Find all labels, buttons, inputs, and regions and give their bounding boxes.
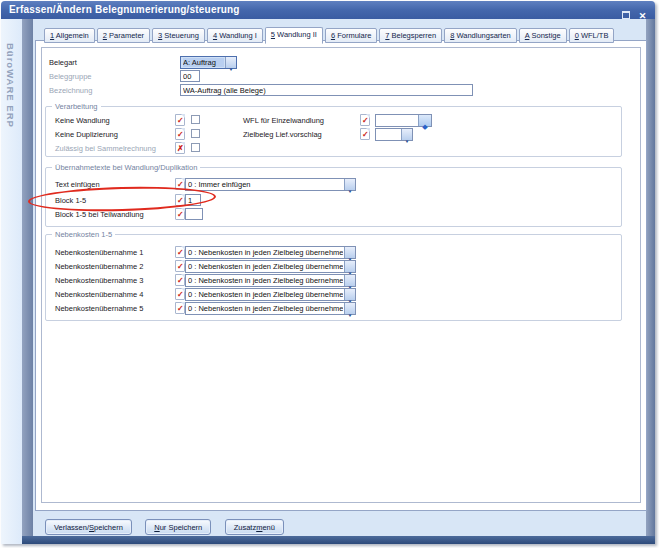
chevron-down-icon: ▼ — [229, 65, 234, 75]
text-einfuegen-label: Text einfügen — [55, 180, 100, 189]
nebenkosten-4-dropdown-button[interactable]: ▼ — [344, 289, 355, 300]
block-1-5-label: Block 1-5 — [55, 196, 86, 205]
titlebar: Erfassen/Ändern Belegnumerierung/steueru… — [1, 1, 655, 19]
block-1-5-teilwandlung-flag-icon[interactable]: ✓ — [175, 208, 185, 220]
nebenkosten-5-select[interactable]: 0 : Nebenkosten in jeden Zielbeleg übern… — [185, 302, 356, 315]
block-1-5-input[interactable] — [185, 194, 201, 206]
keine-wandlung-label: Keine Wandlung — [55, 116, 110, 125]
nebenkosten-3-label: Nebenkostenübernahme 3 — [55, 276, 143, 285]
tab-wandlungsarten[interactable]: 8 Wandlungsarten — [444, 28, 517, 43]
chevron-down-icon: ▼ — [348, 311, 353, 321]
zielbeleg-vorschlag-label: Zielbeleg Lief.vorschlag — [243, 130, 322, 139]
tab-steuerung[interactable]: 3 Steuerung — [152, 28, 205, 43]
keine-wandlung-checkbox[interactable] — [191, 115, 200, 124]
nebenkosten-3-flag-icon[interactable]: ✓ — [175, 274, 185, 286]
belegart-select[interactable]: A: Auftrag ▼ — [180, 56, 237, 69]
wfl-spinner-button[interactable]: ◆ — [418, 115, 431, 126]
tab-wandlung-2[interactable]: 5 Wandlung II — [265, 27, 323, 44]
spinner-icon: ◆ — [422, 121, 427, 133]
zusatzmenu-button[interactable]: Zusatzmenü — [225, 519, 284, 535]
tab-belegsperren[interactable]: 7 Belegsperren — [379, 28, 442, 43]
keine-duplizierung-checkbox[interactable] — [191, 129, 200, 138]
bezeichnung-input[interactable] — [180, 84, 473, 96]
block-1-5-teilwandlung-input[interactable] — [185, 208, 203, 220]
zielbeleg-vorschlag-select[interactable]: ▼ — [375, 128, 413, 141]
group-verarbeitung-title: Verarbeitung — [52, 102, 101, 111]
sammelrechnung-checkbox[interactable] — [191, 143, 200, 152]
tab-wandlung-1[interactable]: 4 Wandlung I — [207, 28, 263, 43]
belegart-dropdown-button[interactable]: ▼ — [225, 57, 236, 68]
nebenkosten-2-label: Nebenkostenübernahme 2 — [55, 262, 143, 271]
nebenkosten-4-label: Nebenkostenübernahme 4 — [55, 290, 143, 299]
nebenkosten-1-dropdown-button[interactable]: ▼ — [344, 247, 355, 258]
nur-speichern-button[interactable]: Nur Speichern — [145, 519, 211, 535]
text-einfuegen-select[interactable]: 0 : Immer einfügen ▼ — [185, 178, 356, 191]
nebenkosten-5-flag-icon[interactable]: ✓ — [175, 302, 185, 314]
wfl-einzelwandlung-flag-icon[interactable]: ✓ — [360, 114, 370, 126]
keine-wandlung-flag-icon[interactable]: ✓ — [175, 114, 185, 126]
tab-sonstige[interactable]: A Sonstige — [519, 28, 567, 43]
nebenkosten-5-dropdown-button[interactable]: ▼ — [344, 303, 355, 314]
nebenkosten-4-flag-icon[interactable]: ✓ — [175, 288, 185, 300]
window-title: Erfassen/Ändern Belegnumerierung/steueru… — [9, 4, 240, 15]
tab-allgemein[interactable]: 1 Allgemein — [44, 28, 95, 43]
chevron-down-icon: ▼ — [348, 187, 353, 197]
group-nebenkosten-title: Nebenkosten 1-5 — [52, 230, 115, 239]
nebenkosten-3-select[interactable]: 0 : Nebenkosten in jeden Zielbeleg übern… — [185, 274, 356, 287]
brand-vertical-label: BüroWARE ERP — [5, 43, 16, 128]
restore-icon — [622, 11, 630, 19]
wfl-einzelwandlung-label: WFL für Einzelwandlung — [243, 116, 324, 125]
zielbeleg-vorschlag-flag-icon[interactable]: ✓ — [360, 128, 370, 140]
text-einfuegen-dropdown-button[interactable]: ▼ — [344, 179, 355, 190]
footer-button-row: Verlassen/Speichern Nur Speichern Zusatz… — [45, 516, 293, 535]
nebenkosten-1-select[interactable]: 0 : Nebenkosten in jeden Zielbeleg übern… — [185, 246, 356, 259]
verlassen-speichern-button[interactable]: Verlassen/Speichern — [45, 519, 132, 535]
sammelrechnung-label: Zulässig bei Sammelrechnung — [55, 144, 156, 153]
nebenkosten-2-select[interactable]: 0 : Nebenkosten in jeden Zielbeleg übern… — [185, 260, 356, 273]
nebenkosten-2-dropdown-button[interactable]: ▼ — [344, 261, 355, 272]
beleggruppe-input[interactable] — [180, 70, 200, 82]
tab-parameter[interactable]: 2 Parameter — [97, 28, 150, 43]
belegart-label: Belegart — [49, 58, 77, 67]
group-uebernahmetexte-title: Übernahmetexte bei Wandlung/Duplikation — [52, 163, 200, 172]
app-window: Erfassen/Ändern Belegnumerierung/steueru… — [1, 1, 655, 544]
belegart-value: A: Auftrag — [183, 58, 224, 67]
bezeichnung-label: Bezeichnung — [49, 86, 92, 95]
text-einfuegen-flag-icon[interactable]: ✓ — [175, 178, 185, 190]
nebenkosten-1-flag-icon[interactable]: ✓ — [175, 246, 185, 258]
block-1-5-teilwandlung-label: Block 1-5 bei Teilwandlung — [55, 210, 144, 219]
nebenkosten-1-label: Nebenkostenübernahme 1 — [55, 248, 143, 257]
block-1-5-flag-icon[interactable]: ✓ — [175, 194, 185, 206]
nebenkosten-4-select[interactable]: 0 : Nebenkosten in jeden Zielbeleg übern… — [185, 288, 356, 301]
nebenkosten-2-flag-icon[interactable]: ✓ — [175, 260, 185, 272]
group-verarbeitung: Verarbeitung Keine Wandlung ✓ Keine Dupl… — [45, 106, 622, 157]
keine-duplizierung-flag-icon[interactable]: ✓ — [175, 128, 185, 140]
group-nebenkosten: Nebenkosten 1-5 Nebenkostenübernahme 1 ✓… — [45, 234, 622, 321]
right-border-bar — [646, 19, 655, 544]
left-border-bar — [22, 19, 33, 544]
keine-duplizierung-label: Keine Duplizierung — [55, 130, 118, 139]
tab-wfl-tb[interactable]: 0 WFL/TB — [569, 28, 615, 43]
beleggruppe-label: Beleggruppe — [49, 72, 92, 81]
chevron-down-icon: ▼ — [405, 137, 410, 147]
group-uebernahmetexte: Übernahmetexte bei Wandlung/Duplikation … — [45, 167, 622, 227]
restore-button[interactable] — [620, 5, 631, 16]
nebenkosten-5-label: Nebenkostenübernahme 5 — [55, 304, 143, 313]
wfl-einzelwandlung-spinner[interactable]: ◆ — [375, 114, 432, 127]
sammelrechnung-flag-icon[interactable]: ✗ — [175, 142, 185, 154]
tab-page-wandlung-2: Belegart A: Auftrag ▼ Beleggruppe Bezeic… — [35, 40, 647, 511]
tab-strip: 1 Allgemein2 Parameter3 Steuerung4 Wandl… — [35, 25, 614, 41]
close-button[interactable]: ✕ — [637, 5, 648, 16]
nebenkosten-3-dropdown-button[interactable]: ▼ — [344, 275, 355, 286]
zielbeleg-dropdown-button[interactable]: ▼ — [401, 129, 412, 140]
bottom-border-bar — [22, 536, 655, 544]
tab-formulare[interactable]: 6 Formulare — [325, 28, 377, 43]
